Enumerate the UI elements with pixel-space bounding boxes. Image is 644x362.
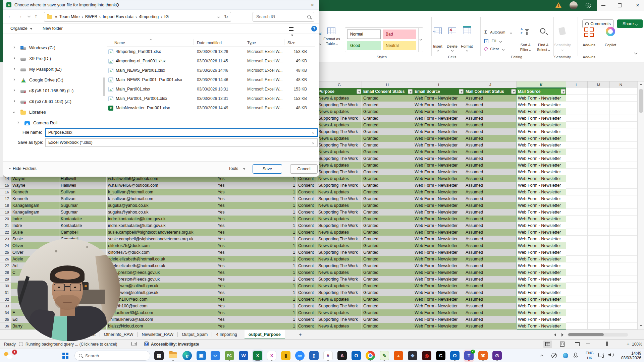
empty-cell[interactable] [610,142,632,148]
cell-purpose[interactable]: Supporting The Work [317,142,362,148]
column-header-J[interactable]: J [464,81,517,88]
cell-yes[interactable]: Yes [216,242,274,249]
speaker-icon[interactable] [608,353,611,356]
cell-mail-source[interactable]: Web Form - Newsletter [517,323,566,329]
cell-consent-count[interactable]: 1 [274,202,297,209]
cell-mail-source[interactable]: Web Form - Newsletter [517,202,566,209]
cell-mail-consent[interactable]: Assumed [464,209,517,216]
sidebar-item-camera-roll[interactable]: Camera Roll [3,118,102,128]
empty-cell[interactable] [632,249,637,256]
cell-purpose[interactable]: News & updates [317,323,362,329]
cell-purpose[interactable]: News & updates [317,309,362,316]
cell-email[interactable]: k_sullivan@hotmail.com [107,189,216,195]
sidebar-item-my-passport-e-[interactable]: My Passport (E:) [3,65,102,74]
cell-mail-consent[interactable]: Assumed [464,122,517,128]
row-number[interactable]: 20 [0,216,11,222]
empty-cell[interactable] [632,195,637,202]
cell-purpose[interactable]: Supporting The Work [317,276,362,283]
cell-consent-word[interactable]: Consent [297,316,317,323]
empty-cell[interactable] [610,222,632,229]
breadcrumb-item[interactable]: Team Mike [59,14,79,19]
cell-email[interactable]: indre.kontautaite@luton.gov.uk [107,216,216,222]
cell-mail-source[interactable]: Web Form - Newsletter [517,229,566,236]
cell-mail-consent[interactable]: Assumed [464,269,517,276]
cell-last-name[interactable]: Kontautaite [59,216,107,222]
cell-purpose[interactable]: Supporting The Work [317,303,362,309]
taskbar-dark-red-app[interactable]: ◎ [421,350,432,362]
cell-purpose[interactable]: Supporting The Work [317,262,362,269]
empty-cell[interactable] [632,242,637,249]
cell-mail-consent[interactable]: Assumed [464,102,517,108]
taskbar-slack[interactable]: # [323,350,333,362]
chevron-right-icon[interactable] [13,46,15,49]
taskbar-file-explorer[interactable] [168,350,178,362]
new-sheet-button[interactable]: + [295,330,306,340]
empty-cell[interactable] [632,122,637,128]
breadcrumb-item[interactable]: BWFB [85,14,97,19]
cell-yes[interactable]: Yes [216,269,274,276]
empty-cell[interactable] [610,283,632,289]
cell-purpose[interactable]: News & updates [317,202,362,209]
breadcrumb-item[interactable]: 4Importing [139,14,159,19]
empty-cell[interactable] [610,209,632,216]
cell-consent-count[interactable]: 1 [274,229,297,236]
empty-cell[interactable] [632,269,637,276]
cell-consent-count[interactable]: 1 [274,289,297,296]
cell-mail-source[interactable]: Web Form - Newsletter [517,95,566,102]
zoom-slider-thumb[interactable] [606,342,608,346]
cell-email-source[interactable]: Web Form - Newsletter [413,242,464,249]
cell-last-name[interactable]: Sugumar [59,202,107,209]
empty-cell[interactable] [588,135,610,142]
empty-cell[interactable] [566,209,588,216]
cell-email-source[interactable]: Web Form - Newsletter [413,122,464,128]
empty-cell[interactable] [632,276,637,283]
column-header-L[interactable]: L [566,81,588,88]
cell-yes[interactable]: Yes [216,276,274,283]
cell-consent-count[interactable]: 1 [274,222,297,229]
cell-first-name[interactable]: Susie [11,229,59,236]
cell-email-consent[interactable]: Granted [362,162,413,169]
cell-yes[interactable]: Yes [216,182,274,189]
cell-purpose[interactable]: News & updates [317,148,362,155]
forward-button[interactable]: → [17,13,22,19]
taskbar-microsoft-store[interactable]: ▣ [196,350,207,362]
empty-cell[interactable] [588,202,610,209]
view-page-layout-button[interactable] [558,341,567,348]
cell-first-name[interactable]: Indre [11,222,59,229]
cell-purpose[interactable]: News & updates [317,229,362,236]
empty-cell[interactable] [610,182,632,189]
empty-cell[interactable] [632,309,637,316]
cell-mail-source[interactable]: Web Form - Newsletter [517,128,566,135]
cell-purpose[interactable]: Supporting The Work [317,102,362,108]
sidebar-item-google-drive-g-[interactable]: Google Drive (G:) [3,75,102,85]
taskbar-colorful-x-app[interactable]: X [266,350,277,362]
cell-mail-source[interactable]: Web Form - Newsletter [517,189,566,195]
cell-purpose[interactable]: Supporting The Work [317,236,362,242]
chevron-right-icon[interactable] [13,78,15,81]
cell-yes[interactable]: Yes [216,323,274,329]
cell-consent-count[interactable]: 1 [274,182,297,189]
row-number[interactable]: 16 [0,189,11,195]
vertical-scrollbar-thumb[interactable] [639,89,643,113]
empty-cell[interactable] [588,189,610,195]
cell-email-source[interactable]: Web Form - Newsletter [413,189,464,195]
cell-email-source[interactable]: Web Form - Newsletter [413,303,464,309]
cell-consent-count[interactable]: 1 [274,276,297,283]
cell-consent-count[interactable]: 1 [274,316,297,323]
empty-cell[interactable] [566,276,588,283]
column-name[interactable]: Name [114,41,125,45]
cell-purpose[interactable]: Supporting The Work [317,209,362,216]
cell-consent-word[interactable]: Consent [297,276,317,283]
empty-cell[interactable] [566,289,588,296]
cell-mail-consent[interactable]: Assumed [464,256,517,262]
empty-cell[interactable] [588,256,610,262]
cell-email-source[interactable]: Web Form - Newsletter [413,175,464,182]
table-header-g[interactable]: Purpose [317,88,362,95]
cell-email-consent[interactable]: Granted [362,108,413,115]
empty-cell[interactable] [610,216,632,222]
cell-mail-source[interactable]: Web Form - Newsletter [517,122,566,128]
cell-email-consent[interactable]: Granted [362,189,413,195]
tab-scroll-left[interactable] [554,333,556,337]
empty-cell[interactable] [610,128,632,135]
cell-yes[interactable]: Yes [216,222,274,229]
